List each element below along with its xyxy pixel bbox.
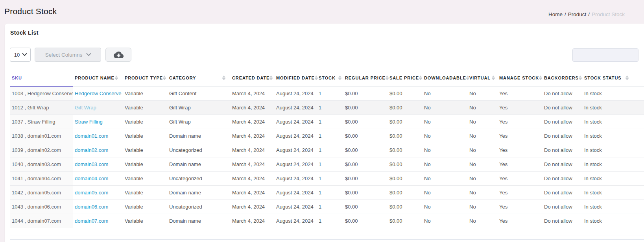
column-header-modified-date[interactable]: MODIFIED DATE	[274, 70, 317, 86]
column-header-regular-price[interactable]: REGULAR PRICE	[343, 70, 388, 86]
column-header-stock[interactable]: STOCK	[317, 70, 343, 86]
cell-category: Domain name	[167, 186, 230, 200]
sort-icon	[579, 76, 582, 80]
sort-icon	[492, 76, 495, 80]
cell-category: Uncategorized	[167, 172, 230, 186]
cell-created: March 4, 2024	[230, 86, 274, 101]
column-header-virtual[interactable]: VIRTUAL	[467, 70, 497, 86]
cell-manage: Yes	[497, 200, 542, 214]
cell-sku: 1037 , Straw Filling	[10, 115, 73, 129]
cell-sku: 1042 , domain05.com	[10, 186, 73, 200]
cell-backorders: Do not allow	[542, 129, 582, 143]
chevron-down-icon	[86, 51, 91, 56]
cell-modified: August 24, 2024	[274, 172, 317, 186]
cell-category: Gift Content	[167, 86, 230, 101]
product-link[interactable]: domain01.com	[75, 133, 108, 139]
column-header-manage-stock[interactable]: MANAGE STOCK	[497, 70, 542, 86]
cell-status: In stock	[582, 172, 644, 186]
cell-regular: $0.00	[343, 115, 388, 129]
cell-type: Variable	[123, 86, 167, 101]
cell-manage: Yes	[497, 157, 542, 172]
cell-name: Straw Filling	[73, 115, 123, 129]
column-header-category[interactable]: CATEGORY	[167, 70, 230, 86]
cell-backorders: Do not allow	[542, 143, 582, 157]
product-link[interactable]: Straw Filling	[75, 119, 103, 125]
cell-stock: 1	[317, 186, 343, 200]
product-link[interactable]: domain02.com	[75, 147, 108, 153]
column-header-created-date[interactable]: CREATED DATE	[230, 70, 274, 86]
cell-downloadable: No	[422, 186, 467, 200]
column-header-backorders[interactable]: BACKORDERS	[542, 70, 582, 86]
sort-icon	[419, 76, 422, 80]
column-header-product-name[interactable]: PRODUCT NAME	[73, 70, 123, 86]
cell-regular: $0.00	[343, 200, 388, 214]
cell-created: March 4, 2024	[230, 143, 274, 157]
column-label: BACKORDERS	[544, 76, 579, 80]
cell-stock: 1	[317, 200, 343, 214]
cell-regular: $0.00	[343, 129, 388, 143]
column-header-downloadable[interactable]: DOWNLOADABLE	[422, 70, 467, 86]
cell-modified: August 24, 2024	[274, 101, 317, 115]
cell-sale: $0.00	[388, 143, 422, 157]
cell-backorders: Do not allow	[542, 86, 582, 101]
breadcrumb-home[interactable]: Home	[548, 11, 563, 17]
cell-regular: $0.00	[343, 214, 388, 228]
select-columns-dropdown[interactable]: Select Columns	[35, 48, 101, 62]
breadcrumb-separator: /	[588, 11, 590, 17]
product-link[interactable]: domain04.com	[75, 175, 108, 181]
cell-downloadable: No	[422, 86, 467, 101]
cell-virtual: No	[467, 129, 497, 143]
sort-icon	[338, 76, 341, 80]
sort-icon	[115, 76, 118, 80]
column-header-stock-status[interactable]: STOCK STATUS	[582, 70, 644, 86]
stock-table: SKU PRODUCT NAME PRODUCT TYPE CATEGORY C…	[10, 70, 644, 228]
product-link[interactable]: Hedgerow Conserve	[75, 91, 122, 96]
product-link[interactable]: domain07.com	[75, 218, 108, 224]
product-link[interactable]: domain03.com	[75, 161, 108, 167]
cell-stock: 1	[317, 129, 343, 143]
cell-created: March 4, 2024	[230, 129, 274, 143]
sort-icon	[163, 76, 166, 80]
cell-name: domain04.com	[73, 172, 123, 186]
cell-virtual: No	[467, 115, 497, 129]
search-input[interactable]	[572, 48, 638, 62]
cell-category: Uncategorized	[167, 143, 230, 157]
table-header-row: SKU PRODUCT NAME PRODUCT TYPE CATEGORY C…	[10, 70, 644, 86]
table-row: 1038 , domain01.comdomain01.comVariableD…	[10, 129, 644, 143]
cell-status: In stock	[582, 86, 644, 101]
cell-manage: Yes	[497, 172, 542, 186]
product-link[interactable]: domain05.com	[75, 190, 108, 196]
cell-regular: $0.00	[343, 186, 388, 200]
column-label: SKU	[12, 76, 22, 80]
cell-sku: 1043 , domain06.com	[10, 200, 73, 214]
table-row: 1039 , domain02.comdomain02.comVariableU…	[10, 143, 644, 157]
cell-status: In stock	[582, 115, 644, 129]
cell-name: domain05.com	[73, 186, 123, 200]
cell-stock: 1	[317, 115, 343, 129]
cell-backorders: Do not allow	[542, 115, 582, 129]
breadcrumb-product[interactable]: Product	[568, 11, 587, 17]
select-columns-label: Select Columns	[45, 52, 83, 58]
cell-sku: 1038 , domain01.com	[10, 129, 73, 143]
cell-backorders: Do not allow	[542, 172, 582, 186]
cell-sale: $0.00	[388, 86, 422, 101]
export-button[interactable]	[105, 48, 131, 62]
page-size-select[interactable]: 10	[10, 48, 31, 62]
cell-type: Variable	[123, 200, 167, 214]
column-header-sale-price[interactable]: SALE PRICE	[388, 70, 422, 86]
cell-sku: 1040 , domain03.com	[10, 157, 73, 172]
product-link[interactable]: domain06.com	[75, 204, 108, 210]
product-link[interactable]: Gift Wrap	[75, 105, 96, 111]
sort-icon	[269, 76, 273, 80]
column-label: PRODUCT NAME	[75, 76, 114, 80]
cell-category: Gift Wrap	[167, 115, 230, 129]
cell-backorders: Do not allow	[542, 214, 582, 228]
column-header-sku[interactable]: SKU	[10, 70, 73, 86]
cell-name: domain02.com	[73, 143, 123, 157]
cell-name: domain01.com	[73, 129, 123, 143]
cell-modified: August 24, 2024	[274, 186, 317, 200]
column-label: DOWNLOADABLE	[424, 76, 466, 80]
cell-virtual: No	[467, 157, 497, 172]
cell-modified: August 24, 2024	[274, 214, 317, 228]
column-header-product-type[interactable]: PRODUCT TYPE	[123, 70, 167, 86]
